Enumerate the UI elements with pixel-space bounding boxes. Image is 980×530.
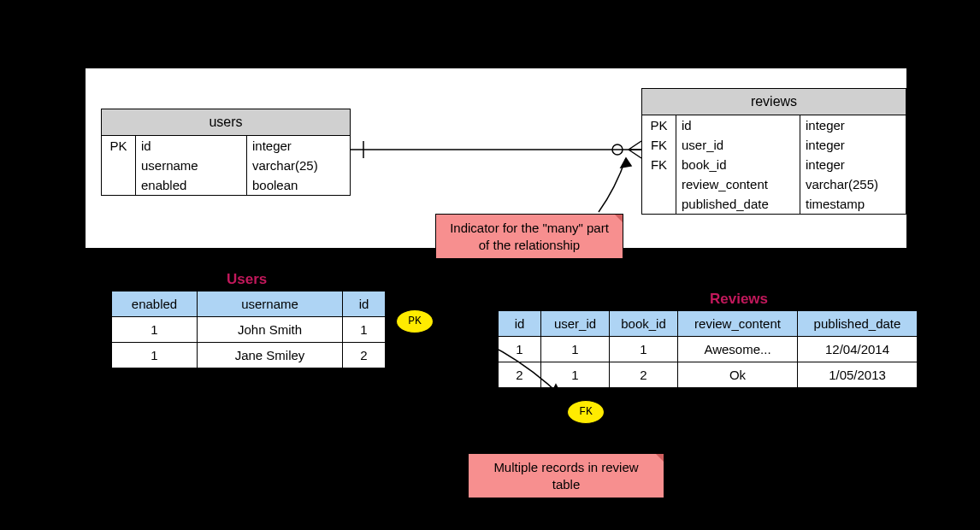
badge-pk: PK [396,309,434,333]
entity-column-type: boolean [247,175,350,195]
entity-column: published_datetimestamp [642,194,906,214]
table-cell: John Smith [198,317,343,343]
table-cell: Jane Smiley [198,343,343,368]
table-header-cell: review_content [678,311,798,337]
table-cell: 2 [499,362,541,388]
entity-column-key [102,156,136,175]
table-header-cell: enabled [112,292,198,317]
entity-column-name: id [676,115,800,135]
entity-column-type: varchar(255) [800,174,906,194]
table-row: 212Ok1/05/2013 [499,362,918,388]
table-reviews-title: Reviews [710,291,768,308]
entity-column-type: integer [800,135,906,155]
callout-multiple-records: Multiple records in review table [468,453,664,498]
table-header-cell: book_id [610,311,678,337]
entity-column-key: FK [642,155,676,174]
table-cell: 1 [610,337,678,362]
entity-column-key [642,194,676,214]
entity-column-type: integer [800,155,906,174]
table-users-title: Users [227,271,267,288]
badge-fk: FK [567,400,605,424]
entity-column-name: username [136,156,247,175]
table-header-cell: username [198,292,343,317]
table-header-cell: id [499,311,541,337]
entity-users: users PKidintegerusernamevarchar(25)enab… [101,109,351,196]
entity-column-name: book_id [676,155,800,174]
table-header-cell: user_id [541,311,610,337]
entity-column-key [642,174,676,194]
entity-column-type: integer [247,136,350,156]
entity-users-rows: PKidintegerusernamevarchar(25)enabledboo… [102,136,350,195]
entity-column: PKidinteger [102,136,350,156]
table-cell: 12/04/2014 [798,337,918,362]
entity-column: review_contentvarchar(255) [642,174,906,194]
entity-column: FKbook_idinteger [642,155,906,174]
callout-many-indicator: Indicator for the "many" part of the rel… [435,214,623,259]
table-cell: Awesome... [678,337,798,362]
table-row: 1Jane Smiley2 [112,343,386,368]
entity-column-type: timestamp [800,194,906,214]
entity-column: usernamevarchar(25) [102,156,350,175]
table-reviews: iduser_idbook_idreview_contentpublished_… [498,310,918,388]
table-cell: 1 [541,337,610,362]
table-cell: Ok [678,362,798,388]
entity-column-name: review_content [676,174,800,194]
entity-column-key [102,175,136,195]
entity-column-key: PK [102,136,136,156]
entity-column-key: PK [642,115,676,135]
table-cell: 1 [499,337,541,362]
entity-column: FKuser_idinteger [642,135,906,155]
svg-marker-9 [586,427,597,436]
table-header-cell: id [343,292,386,317]
table-cell: 1 [343,317,386,343]
table-row: 111Awesome...12/04/2014 [499,337,918,362]
entity-reviews: reviews PKidintegerFKuser_idintegerFKboo… [641,88,906,215]
entity-column-name: user_id [676,135,800,155]
entity-column: enabledboolean [102,175,350,195]
entity-column-name: id [136,136,247,156]
entity-reviews-title: reviews [642,89,906,115]
table-users: enabledusernameid1John Smith11Jane Smile… [111,291,386,368]
table-cell: 1 [112,343,198,368]
entity-reviews-rows: PKidintegerFKuser_idintegerFKbook_idinte… [642,115,906,214]
entity-column-name: enabled [136,175,247,195]
table-cell: 2 [343,343,386,368]
entity-column: PKidinteger [642,115,906,135]
entity-column-key: FK [642,135,676,155]
entity-users-title: users [102,109,350,136]
entity-column-name: published_date [676,194,800,214]
table-cell: 2 [610,362,678,388]
entity-column-type: varchar(25) [247,156,350,175]
table-cell: 1/05/2013 [798,362,918,388]
table-header-cell: published_date [798,311,918,337]
entity-column-type: integer [800,115,906,135]
table-cell: 1 [112,317,198,343]
table-cell: 1 [541,362,610,388]
table-row: 1John Smith1 [112,317,386,343]
